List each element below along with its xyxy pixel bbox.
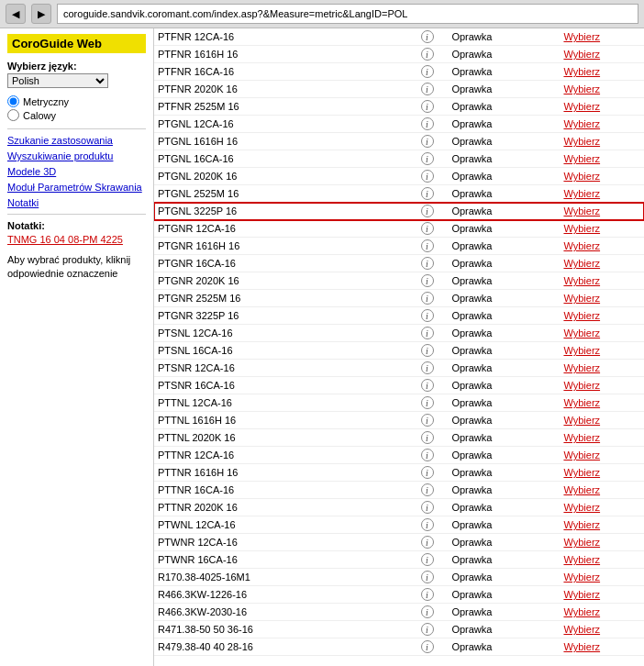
info-icon[interactable]: i [421,344,434,357]
info-icon[interactable]: i [421,274,434,287]
inch-radio[interactable] [7,109,19,121]
wybierz-link[interactable]: Wybierz [563,118,600,129]
info-icon[interactable]: i [421,483,434,496]
wybierz-link[interactable]: Wybierz [563,275,600,286]
info-icon[interactable]: i [421,30,434,43]
wybierz-link[interactable]: Wybierz [563,484,600,495]
info-icon[interactable]: i [421,187,434,200]
wybierz-link[interactable]: Wybierz [563,467,600,478]
info-icon[interactable]: i [421,571,434,583]
info-icon[interactable]: i [421,605,434,618]
info-icon[interactable]: i [421,222,434,235]
search-application-link[interactable]: Szukanie zastosowania [7,135,146,146]
table-row: PTFNR 2020K 16iOprawkaWybierz [154,81,644,98]
select-cell: Wybierz [560,534,644,551]
info-icon[interactable]: i [421,100,434,113]
info-icon[interactable]: i [421,48,434,61]
wybierz-link[interactable]: Wybierz [563,589,600,600]
wybierz-link[interactable]: Wybierz [563,450,600,461]
select-cell: Wybierz [560,604,644,621]
info-icon[interactable]: i [421,449,434,461]
wybierz-link[interactable]: Wybierz [563,31,600,42]
wybierz-link[interactable]: Wybierz [563,310,600,321]
wybierz-link[interactable]: Wybierz [563,66,600,77]
wybierz-link[interactable]: Wybierz [563,205,600,216]
metric-radio[interactable] [7,95,19,107]
wybierz-link[interactable]: Wybierz [563,171,600,182]
info-icon[interactable]: i [421,292,434,305]
info-icon[interactable]: i [421,414,434,427]
info-icon[interactable]: i [421,152,434,165]
wybierz-link[interactable]: Wybierz [563,258,600,269]
info-icon[interactable]: i [421,170,434,183]
wybierz-link[interactable]: Wybierz [563,345,600,356]
info-icon[interactable]: i [421,588,434,601]
info-cell: i [406,447,449,464]
info-icon[interactable]: i [421,257,434,270]
info-icon[interactable]: i [421,553,434,566]
notes-value-link[interactable]: TNMG 16 04 08-PM 4225 [7,234,123,245]
wybierz-link[interactable]: Wybierz [563,397,600,408]
info-icon[interactable]: i [421,83,434,95]
info-icon[interactable]: i [421,501,434,514]
info-icon[interactable]: i [421,239,434,252]
info-icon[interactable]: i [421,623,434,636]
product-type: Oprawka [448,412,560,429]
wybierz-link[interactable]: Wybierz [563,240,600,251]
wybierz-link[interactable]: Wybierz [563,606,600,617]
product-name: PTGNR 3225P 16 [154,307,406,325]
wybierz-link[interactable]: Wybierz [563,554,600,565]
info-cell: i [406,150,449,168]
wybierz-link[interactable]: Wybierz [563,572,600,583]
wybierz-link[interactable]: Wybierz [563,153,600,164]
forward-button[interactable]: ▶ [31,4,51,24]
wybierz-link[interactable]: Wybierz [563,327,600,339]
info-cell: i [406,185,449,203]
wybierz-link[interactable]: Wybierz [563,49,600,60]
language-select[interactable]: Polish English [7,73,108,88]
search-product-link[interactable]: Wyszukiwanie produktu [7,150,146,161]
wybierz-link[interactable]: Wybierz [563,223,600,234]
info-icon[interactable]: i [421,518,434,531]
product-name: R466.3KW-2030-16 [154,604,406,621]
wybierz-link[interactable]: Wybierz [563,415,600,426]
info-icon[interactable]: i [421,466,434,479]
info-icon[interactable]: i [421,536,434,549]
metric-radio-item[interactable]: Metryczny [7,95,146,107]
info-icon[interactable]: i [421,65,434,78]
product-name: PTGNR 2525M 16 [154,290,406,307]
wybierz-link[interactable]: Wybierz [563,101,600,112]
wybierz-link[interactable]: Wybierz [563,519,600,530]
table-row: PTGNR 3225P 16iOprawkaWybierz [154,307,644,325]
notes-section-label: Notatki: [7,220,146,231]
info-icon[interactable]: i [421,205,434,217]
info-icon[interactable]: i [421,379,434,392]
wybierz-link[interactable]: Wybierz [563,641,600,652]
wybierz-link[interactable]: Wybierz [563,362,600,373]
info-icon[interactable]: i [421,431,434,444]
info-icon[interactable]: i [421,361,434,374]
info-icon[interactable]: i [421,117,434,130]
wybierz-link[interactable]: Wybierz [563,624,600,635]
info-cell: i [406,203,449,220]
models-3d-link[interactable]: Modele 3D [7,166,146,177]
module-params-link[interactable]: Moduł Parametrów Skrawania [7,182,146,193]
content-area: PTFNR 12CA-16iOprawkaWybierzPTFNR 1616H … [154,28,644,666]
back-button[interactable]: ◀ [6,4,26,24]
info-icon[interactable]: i [421,327,434,339]
wybierz-link[interactable]: Wybierz [563,432,600,443]
wybierz-link[interactable]: Wybierz [563,188,600,199]
info-icon[interactable]: i [421,135,434,148]
wybierz-link[interactable]: Wybierz [563,380,600,391]
info-icon[interactable]: i [421,396,434,409]
info-icon[interactable]: i [421,309,434,322]
wybierz-link[interactable]: Wybierz [563,537,600,548]
info-icon[interactable]: i [421,640,434,653]
inch-radio-item[interactable]: Calowy [7,109,146,121]
wybierz-link[interactable]: Wybierz [563,83,600,94]
wybierz-link[interactable]: Wybierz [563,293,600,304]
url-bar[interactable] [57,4,638,24]
wybierz-link[interactable]: Wybierz [563,502,600,513]
wybierz-link[interactable]: Wybierz [563,136,600,147]
notes-link[interactable]: Notatki [7,197,146,208]
